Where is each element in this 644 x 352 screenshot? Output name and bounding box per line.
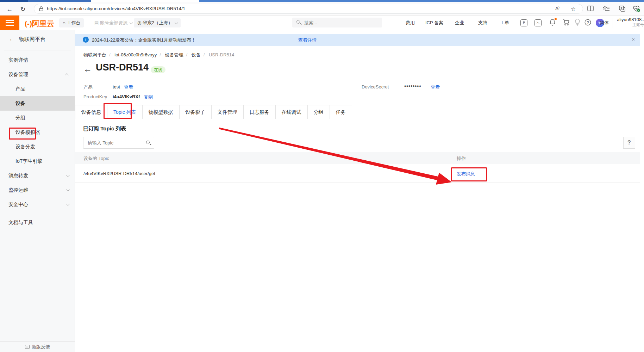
nav-ticket[interactable]: 工单 xyxy=(500,20,509,26)
favorite-star-icon[interactable]: ☆ xyxy=(569,6,577,12)
tab-group[interactable]: 分组 xyxy=(307,105,330,119)
lightbulb-icon[interactable] xyxy=(575,19,580,26)
refresh-button[interactable]: ↻ xyxy=(18,5,27,14)
breadcrumb-iot-platform[interactable]: 物联网平台 xyxy=(83,52,106,57)
divider xyxy=(4,50,71,50)
collections-icon[interactable] xyxy=(603,6,610,11)
sidebar: ←物联网平台 实例详情 设备管理 产品 设备 分组 设备模拟器 设备分发 IoT… xyxy=(0,30,75,352)
close-icon[interactable]: × xyxy=(632,36,635,42)
feedback-button[interactable]: 新版反馈 xyxy=(0,341,75,352)
tab-device-shadow[interactable]: 设备影子 xyxy=(179,105,212,119)
chevron-down-icon xyxy=(130,21,133,24)
product-value: test xyxy=(113,84,120,89)
sidebar-item-group[interactable]: 分组 xyxy=(0,111,75,125)
topic-cell: /i4u4VIKvRXf/USR-DR514/user/get xyxy=(83,171,155,176)
help-button[interactable]: ? xyxy=(623,137,635,149)
url-text[interactable]: https://iot.console.aliyun.com/devices/i… xyxy=(47,6,185,11)
cloudshell-icon[interactable]: >_ xyxy=(534,19,542,26)
cart-icon[interactable] xyxy=(563,19,570,26)
lock-icon[interactable] xyxy=(39,6,43,11)
tab-copy-icon[interactable] xyxy=(619,6,625,12)
product-view-link[interactable]: 查看 xyxy=(124,84,133,91)
account-name: aliyun98108... xyxy=(617,17,644,22)
chevron-up-icon xyxy=(65,73,69,77)
sidebar-item-device-simulator[interactable]: 设备模拟器 xyxy=(0,125,75,140)
feedback-icon xyxy=(25,345,30,349)
nav-icp[interactable]: ICP 备案 xyxy=(425,20,443,26)
back-arrow-icon[interactable]: ← xyxy=(9,36,15,42)
topic-search-input[interactable] xyxy=(88,137,142,148)
chevron-down-icon xyxy=(66,188,70,191)
nav-billing[interactable]: 费用 xyxy=(406,20,415,26)
sidebar-item-device[interactable]: 设备 xyxy=(0,96,75,111)
console-search-input[interactable] xyxy=(304,18,375,27)
hamburger-menu-button[interactable] xyxy=(0,16,19,30)
resource-scope-select[interactable]: ▤ 账号全部资源 xyxy=(94,18,132,27)
column-device-topic: 设备的 Topic xyxy=(83,155,109,162)
page-title: USR-DR514 xyxy=(96,62,149,73)
tab-task[interactable]: 任务 xyxy=(330,105,352,119)
notice-banner: i 2024-01-22发布公告：企业版实例1月新功能发布！ 查看详情 × xyxy=(75,34,640,46)
notice-detail-link[interactable]: 查看详情 xyxy=(298,37,317,43)
sidebar-item-security-center[interactable]: 安全中心 xyxy=(0,197,75,212)
page-back-button[interactable]: ← xyxy=(83,64,92,74)
location-icon: ◎ xyxy=(137,20,141,25)
tab-file-management[interactable]: 文件管理 xyxy=(211,105,244,119)
breadcrumb-instance[interactable]: iot-06z00c0h9r6voyy xyxy=(114,52,157,57)
sidebar-title[interactable]: ←物联网平台 xyxy=(9,36,45,43)
sidebar-item-device-distribution[interactable]: 设备分发 xyxy=(0,140,75,154)
console-search[interactable] xyxy=(292,18,382,27)
sidebar-item-iot-twin[interactable]: IoT孪生引擎 xyxy=(0,154,75,168)
sidebar-item-instance-detail[interactable]: 实例详情 xyxy=(0,53,75,67)
tab-online-debug[interactable]: 在线调试 xyxy=(275,105,308,119)
grid-icon: ▤ xyxy=(94,20,99,25)
workbench-button[interactable]: ⌂ 工作台 xyxy=(59,18,84,27)
split-screen-icon[interactable] xyxy=(587,6,594,11)
breadcrumb-device-management[interactable]: 设备管理 xyxy=(165,52,183,57)
table-row: /i4u4VIKvRXf/USR-DR514/user/get 发布消息 xyxy=(75,164,640,183)
aliyun-logo[interactable]: (-)阿里云 xyxy=(25,19,54,29)
devicesecret-value: ******** xyxy=(404,84,421,89)
tab-topic-list[interactable]: Topic 列表 xyxy=(107,105,143,119)
breadcrumb: 物联网平台/ iot-06z00c0h9r6voyy/ 设备管理/ 设备/ US… xyxy=(83,52,234,58)
product-label: 产品 xyxy=(83,84,93,91)
devicesecret-view-link[interactable]: 查看 xyxy=(431,84,440,91)
console-header: (-)阿里云 ⌂ 工作台 ▤ 账号全部资源 ◎ 华东2（上海） 费用 ICP 备… xyxy=(0,16,644,30)
detail-tabs: 设备信息 Topic 列表 物模型数据 设备影子 文件管理 日志服务 在线调试 … xyxy=(75,105,352,119)
tab-log-service[interactable]: 日志服务 xyxy=(243,105,276,119)
address-bar[interactable]: https://iot.console.aliyun.com/devices/i… xyxy=(34,4,583,14)
sidebar-item-device-management[interactable]: 设备管理 xyxy=(0,67,75,82)
table-header: 设备的 Topic 操作 xyxy=(75,152,640,164)
publish-message-link[interactable]: 发布消息 xyxy=(457,171,475,177)
language-switch[interactable]: 简体 xyxy=(600,20,609,26)
status-badge: 在线 xyxy=(151,66,165,73)
notification-bell-icon[interactable] xyxy=(549,19,556,26)
productkey-value: i4u4VIKvRXf xyxy=(113,94,140,99)
nav-enterprise[interactable]: 企业 xyxy=(455,20,464,26)
sidebar-item-message-forwarding[interactable]: 消息转发 xyxy=(0,168,75,183)
browser-essentials-icon[interactable] xyxy=(633,6,640,12)
tab-thing-model-data[interactable]: 物模型数据 xyxy=(142,105,180,119)
nav-support[interactable]: 支持 xyxy=(478,20,487,26)
sidebar-item-docs-tools[interactable]: 文档与工具 xyxy=(0,215,75,230)
search-icon[interactable] xyxy=(146,141,150,144)
app-icon[interactable]: P xyxy=(520,19,527,26)
home-icon: ⌂ xyxy=(63,20,65,25)
tab-device-info[interactable]: 设备信息 xyxy=(75,105,107,119)
section-title: 已订阅 Topic 列表 xyxy=(83,125,126,132)
sidebar-item-monitoring[interactable]: 监控运维 xyxy=(0,183,75,197)
productkey-copy-link[interactable]: 复制 xyxy=(144,94,153,100)
read-aloud-icon[interactable]: A) xyxy=(554,6,561,11)
back-button[interactable]: ← xyxy=(5,5,14,14)
region-select[interactable]: ◎ 华东2（上海） xyxy=(134,18,181,27)
breadcrumb-current: USR-DR514 xyxy=(209,52,234,57)
question-help-icon[interactable]: ? xyxy=(584,19,591,26)
breadcrumb-device[interactable]: 设备 xyxy=(192,52,201,57)
productkey-label: ProductKey xyxy=(83,94,107,99)
account-menu[interactable]: aliyun98108... 主账号 xyxy=(617,17,644,27)
topic-search-box[interactable] xyxy=(83,137,154,149)
sidebar-item-product[interactable]: 产品 xyxy=(0,82,75,96)
chevron-down-icon xyxy=(66,173,70,177)
notice-text: 2024-01-22发布公告：企业版实例1月新功能发布！ xyxy=(92,37,196,43)
column-action: 操作 xyxy=(457,155,466,162)
